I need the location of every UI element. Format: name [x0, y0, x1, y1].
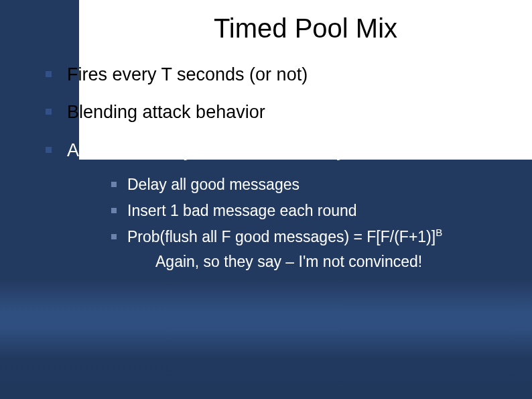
bullet-text: Fires every T seconds (or not) [67, 64, 308, 84]
bullet-text: Attacker can try to flush over many roun… [67, 140, 406, 160]
sub-bullet-item: Delay all good messages [107, 174, 532, 195]
sub-bullet-item: Prob(flush all F good messages) = F[F/(F… [107, 227, 532, 272]
bullet-item: Fires every T seconds (or not) [40, 62, 532, 87]
sub-bullet-text: Delay all good messages [127, 176, 300, 193]
sub-bullet-item: Insert 1 bad message each round [107, 201, 532, 221]
slide-content: Timed Pool Mix Fires every T seconds (or… [0, 0, 532, 399]
bullet-item: Blending attack behavior [40, 100, 532, 124]
bullet-list-level1: Fires every T seconds (or not) Blending … [0, 62, 532, 273]
bullet-text: Blending attack behavior [67, 102, 265, 122]
bullet-list-level2: Delay all good messages Insert 1 bad mes… [67, 174, 532, 272]
slide: Timed Pool Mix Fires every T seconds (or… [0, 0, 532, 399]
prob-expression: Prob(flush all F good messages) = F[F/(F… [127, 228, 442, 245]
prob-exponent: B [436, 227, 442, 239]
prob-prefix: Prob(flush all F good messages) = F[F/(F… [127, 228, 436, 245]
bullet-item: Attacker can try to flush over many roun… [40, 138, 532, 273]
closing-line: Again, so they say – I'm not convinced! [127, 251, 532, 272]
sub-bullet-text: Insert 1 bad message each round [127, 202, 357, 219]
slide-title: Timed Pool Mix [0, 13, 532, 44]
